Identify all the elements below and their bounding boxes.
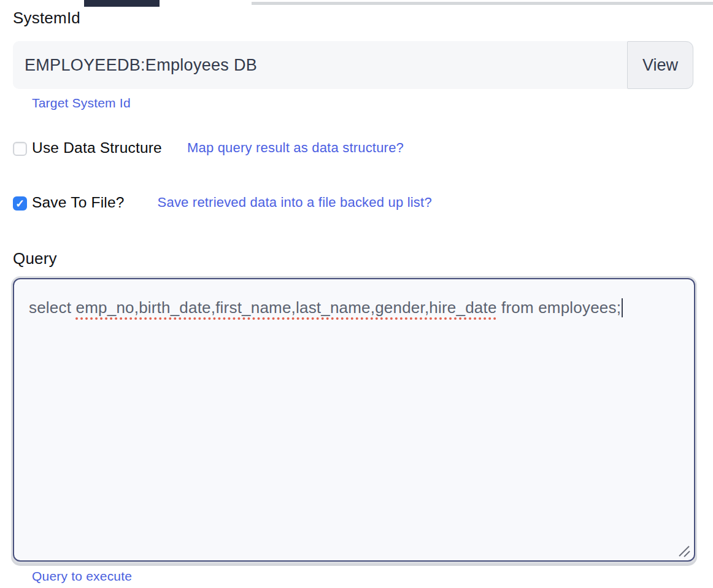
active-tab-sliver[interactable] — [84, 0, 160, 7]
use-data-structure-link[interactable]: Map query result as data structure? — [187, 140, 404, 156]
view-button[interactable]: View — [627, 41, 693, 89]
use-data-structure-row: Use Data Structure Map query result as d… — [13, 139, 404, 157]
systemid-label: SystemId — [13, 9, 80, 28]
use-data-structure-label: Use Data Structure — [32, 139, 162, 157]
query-config-form: SystemId EMPLOYEEDB:Employees DB View Ta… — [0, 0, 713, 588]
query-label: Query — [13, 249, 57, 268]
query-textarea[interactable]: select emp_no,birth_date,first_name,last… — [13, 278, 695, 562]
resize-handle-icon[interactable] — [677, 544, 690, 557]
save-to-file-label: Save To File? — [32, 194, 125, 211]
systemid-value: EMPLOYEEDB:Employees DB — [13, 56, 257, 75]
query-helper-text: Query to execute — [32, 569, 132, 584]
text-caret — [622, 298, 623, 317]
top-divider-line — [252, 2, 713, 5]
save-to-file-checkbox[interactable]: ✓ — [13, 196, 27, 211]
save-to-file-link[interactable]: Save retrieved data into a file backed u… — [158, 195, 432, 211]
query-text: select emp_no,birth_date,first_name,last… — [29, 298, 684, 317]
query-text-misspelled: emp_no,birth_date,first_name,last_name,g… — [76, 298, 497, 317]
systemid-helper-text: Target System Id — [32, 96, 131, 110]
save-to-file-row: ✓ Save To File? Save retrieved data into… — [13, 194, 432, 211]
systemid-field[interactable]: EMPLOYEEDB:Employees DB — [13, 41, 693, 89]
query-text-prefix: select — [29, 298, 76, 317]
checkmark-icon: ✓ — [15, 198, 25, 209]
use-data-structure-checkbox[interactable] — [13, 142, 27, 156]
query-text-suffix: from employees; — [497, 298, 622, 317]
